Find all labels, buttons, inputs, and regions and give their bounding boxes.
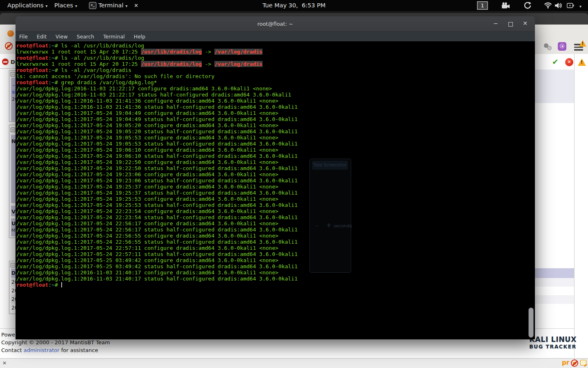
terminal-cursor xyxy=(61,282,62,287)
plus-button-ghost: + xyxy=(326,222,332,229)
terminal-titlebar[interactable]: root@float: ~ − ✕ xyxy=(16,16,535,32)
statusbar-note-icon[interactable] xyxy=(580,360,586,366)
screenshot-dialog-ghost: Take Screenshot – + seconds xyxy=(310,159,351,273)
terminal-line: /var/log/dpkg.log.1:2016-11-03 21:40:17 … xyxy=(16,276,535,282)
terminal-line: /var/log/dpkg.log.1:2017-05-24 19:05:53 … xyxy=(16,135,535,141)
terminal-line: /var/log/dpkg.log.1:2017-05-24 19:23:06 … xyxy=(16,171,535,177)
terminal-line: /var/log/dpkg.log.1:2017-05-24 22:23:54 … xyxy=(16,208,535,214)
clock[interactable]: Tue May 30, 6:53 PM xyxy=(0,2,588,9)
terminal-menu-edit[interactable]: Edit xyxy=(33,32,50,40)
volume-icon[interactable] xyxy=(555,2,562,9)
terminal-line: /var/log/dpkg.log.1:2017-05-24 22:57:11 … xyxy=(16,245,535,251)
statusbar-badge[interactable]: pr xyxy=(562,359,569,366)
administrator-link[interactable]: administrator xyxy=(24,347,60,353)
terminal-line: /var/log/dpkg.log.1:2017-05-24 22:23:54 … xyxy=(16,214,535,220)
terminal-line: /var/log/dpkg.log.1:2017-05-24 19:22:50 … xyxy=(16,165,535,171)
kali-bug-tracker-logo: KALI LINUX BUG TRACKER xyxy=(529,335,577,350)
terminal-menu-view[interactable]: View xyxy=(52,32,71,40)
terminal-menubar: File Edit View Search Terminal Help xyxy=(16,32,535,41)
terminal-line: /var/log/dpkg.log.1:2017-05-24 19:05:20 … xyxy=(16,128,535,135)
terminal-line: root@float:~# ls -al /usr/lib/dradis/log xyxy=(16,43,535,49)
disable-icon xyxy=(2,58,9,65)
workspace-indicator[interactable]: 1 xyxy=(477,1,488,10)
collapse-icon[interactable]: − xyxy=(11,128,15,132)
update-warning-icon: ! xyxy=(579,40,586,47)
terminal-line: /var/log/dpkg.log.1:2017-05-24 19:06:10 … xyxy=(16,153,535,159)
terminal-line: /var/log/dpkg.log.1:2017-05-24 19:22:50 … xyxy=(16,159,535,165)
terminal-line: /var/log/dpkg.log.1:2017-05-24 19:25:37 … xyxy=(16,184,535,190)
error-icon: ✕ xyxy=(565,58,573,66)
terminal-line: /var/log/dpkg.log.1:2017-05-24 22:56:17 … xyxy=(16,227,535,233)
terminal-screen[interactable]: Take Screenshot – + seconds root@float:~… xyxy=(16,41,535,339)
copyright-text: Copyright © 2000 - 2017 MantisBT Team xyxy=(1,339,110,346)
collapse-icon[interactable]: − xyxy=(11,72,15,76)
terminal-line: root@float:~# xyxy=(16,282,535,288)
divider xyxy=(0,68,16,69)
statusbar-blocked-icon[interactable] xyxy=(571,359,578,367)
terminal-line: /var/log/dpkg.log.1:2016-11-03 21:40:17 … xyxy=(16,269,535,276)
terminal-menu-help[interactable]: Help xyxy=(130,32,149,40)
account-icon[interactable] xyxy=(558,42,566,51)
terminal-line: /var/log/dpkg.log.1:2017-05-24 19:06:10 … xyxy=(16,147,535,153)
terminal-close-button[interactable]: ✕ xyxy=(523,20,528,26)
terminal-line: /var/log/dpkg.log:2016-11-03 21:22:17 co… xyxy=(16,85,535,92)
terminal-line: /var/log/dpkg.log.1:2017-05-24 22:57:11 … xyxy=(16,251,535,257)
logo-line1: KALI LINUX xyxy=(529,335,577,343)
contact-suffix: for assistance xyxy=(60,347,98,353)
battery-icon[interactable] xyxy=(567,2,575,9)
page-scroll-track-line[interactable] xyxy=(574,54,575,358)
minus-button-ghost: – xyxy=(316,222,318,229)
terminal-line: root@float:~# ls -al /usr/lib/dradis/log xyxy=(16,55,535,61)
contact-line: Contact administrator for assistance xyxy=(1,347,98,353)
top-panel: Applications▾ Places▾ >_ Terminal▾ ✕ Tue… xyxy=(0,0,588,11)
terminal-line: /var/log/dpkg.log.1:2016-11-03 21:41:36 … xyxy=(16,104,535,110)
warning-icon: ! xyxy=(578,58,586,66)
terminal-line: /var/log/dpkg.log.1:2017-05-24 22:56:17 … xyxy=(16,220,535,227)
terminal-scrollbar-thumb[interactable] xyxy=(528,307,534,338)
terminal-window: root@float: ~ − ✕ File Edit View Search … xyxy=(16,16,535,339)
terminal-menu-file[interactable]: File xyxy=(16,32,31,40)
logo-line2: BUG TRACKER xyxy=(529,343,577,350)
terminal-menu-search[interactable]: Search xyxy=(73,32,98,40)
terminal-line: /var/log/dpkg.log.1:2017-05-24 19:25:53 … xyxy=(16,196,535,202)
terminal-line: /var/log/dpkg.log:2016-11-03 21:22:17 st… xyxy=(16,92,535,98)
chevron-down-icon[interactable]: ▾ xyxy=(577,2,581,10)
terminal-title: root@float: ~ xyxy=(16,21,535,27)
refresh-icon[interactable] xyxy=(524,2,531,9)
terminal-line: /var/log/dpkg.log.1:2017-05-24 19:05:53 … xyxy=(16,141,535,147)
terminal-line: /var/log/dpkg.log.1:2017-05-24 22:56:55 … xyxy=(16,233,535,239)
terminal-line: /var/log/dpkg.log.1:2017-05-24 22:56:55 … xyxy=(16,239,535,245)
blocked-bell-icon[interactable] xyxy=(5,42,13,50)
terminal-line: /var/log/dpkg.log.1:2017-05-25 03:49:42 … xyxy=(16,257,535,263)
terminal-line: root@float:~# ls -al /var/log/dradis xyxy=(16,67,535,73)
terminal-line: /var/log/dpkg.log.1:2017-05-24 19:25:53 … xyxy=(16,202,535,208)
addon-orange-icon[interactable] xyxy=(7,30,14,37)
terminal-maximize-button[interactable] xyxy=(508,22,513,27)
terminal-line: root@float:~# grep dradis /var/log/dpkg.… xyxy=(16,79,535,85)
terminal-line: /var/log/dpkg.log.1:2017-05-24 19:04:49 … xyxy=(16,116,535,122)
terminal-menu-terminal[interactable]: Terminal xyxy=(100,32,129,40)
terminal-line: /var/log/dpkg.log.1:2017-05-25 03:49:42 … xyxy=(16,263,535,269)
check-icon: ✔ xyxy=(552,57,559,66)
terminal-line: /var/log/dpkg.log.1:2017-05-24 19:25:37 … xyxy=(16,190,535,196)
collapse-icon[interactable]: − xyxy=(11,263,15,267)
seconds-label-ghost: seconds xyxy=(334,223,352,229)
wifi-icon[interactable] xyxy=(544,2,552,9)
terminal-line: /var/log/dpkg.log.1:2017-05-24 19:23:06 … xyxy=(16,177,535,184)
screen-record-icon[interactable] xyxy=(501,2,510,9)
browser-statusbar xyxy=(0,358,588,368)
terminal-line: /var/log/dpkg.log.1:2016-11-03 21:41:36 … xyxy=(16,98,535,104)
terminal-line: /var/log/dpkg.log.1:2017-05-24 19:05:20 … xyxy=(16,122,535,128)
contact-prefix: Contact xyxy=(1,347,24,353)
powered-fragment: Powe xyxy=(1,332,15,338)
terminal-minimize-button[interactable]: − xyxy=(493,20,498,26)
statusbar-close-icon[interactable]: ✕ xyxy=(2,360,7,366)
take-screenshot-button-ghost: Take Screenshot xyxy=(312,161,348,170)
terminal-line: lrwxrwxrwx 1 root root 15 Apr 20 17:25 /… xyxy=(16,49,535,55)
terminal-line: ls: cannot access '/var/log/dradis': No … xyxy=(16,73,535,79)
terminal-line: /var/log/dpkg.log.1:2017-05-24 19:04:49 … xyxy=(16,110,535,116)
terminal-line: lrwxrwxrwx 1 root root 15 Apr 20 17:25 /… xyxy=(16,61,535,67)
desktop: − ✕ ! ✔ ✕ ! Di − ~0 sb 20 − No Vi Up Ma … xyxy=(0,0,588,368)
